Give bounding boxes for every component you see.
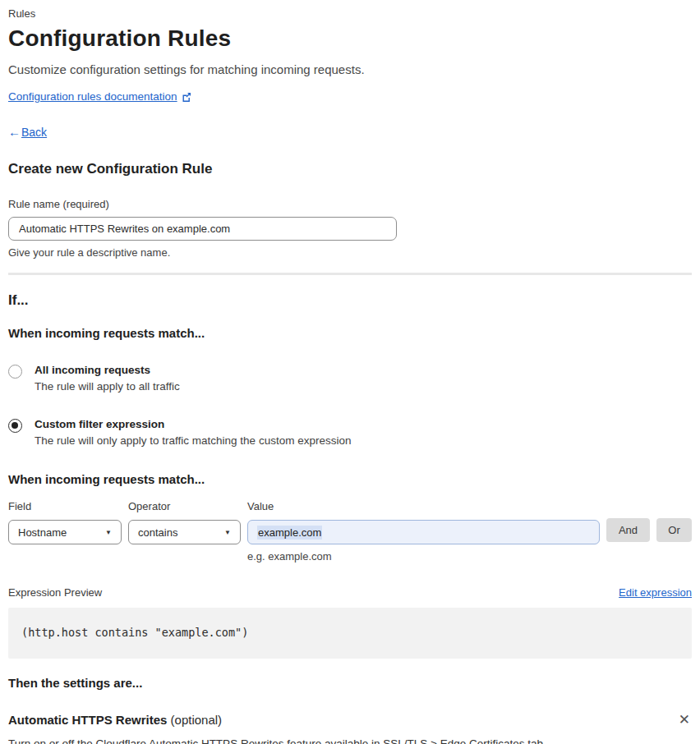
- filter-match-heading: When incoming requests match...: [8, 472, 692, 486]
- field-select-value: Hostname: [18, 526, 67, 539]
- and-button[interactable]: And: [606, 518, 650, 542]
- back-arrow-icon: ←: [8, 125, 21, 139]
- then-settings-heading: Then the settings are...: [8, 676, 692, 690]
- rule-name-label: Rule name (required): [8, 198, 692, 210]
- page-subtitle: Customize configuration settings for mat…: [8, 62, 692, 76]
- radio-button-custom-filter[interactable]: [8, 419, 22, 433]
- setting-description: Turn on or off the Cloudflare Automatic …: [8, 737, 692, 744]
- field-label: Field: [8, 500, 122, 512]
- radio-option-custom-filter[interactable]: Custom filter expression The rule will o…: [8, 418, 692, 447]
- value-label: Value: [247, 500, 600, 512]
- operator-label: Operator: [128, 500, 241, 512]
- setting-name: Automatic HTTPS Rewrites: [8, 713, 167, 727]
- if-heading: If...: [8, 292, 692, 309]
- back-link[interactable]: Back: [21, 126, 47, 139]
- section-divider: [8, 273, 692, 275]
- chevron-down-icon: ▼: [105, 529, 112, 536]
- documentation-link[interactable]: Configuration rules documentation: [8, 90, 177, 103]
- operator-select-value: contains: [138, 526, 177, 539]
- edit-expression-link[interactable]: Edit expression: [619, 586, 692, 599]
- setting-title: Automatic HTTPS Rewrites (optional): [8, 713, 222, 727]
- chevron-down-icon: ▼: [224, 529, 231, 536]
- field-select[interactable]: Hostname ▼: [8, 520, 122, 544]
- create-rule-heading: Create new Configuration Rule: [8, 161, 692, 177]
- setting-optional-label: (optional): [167, 713, 222, 727]
- match-heading: When incoming requests match...: [8, 326, 692, 340]
- value-input-text: example.com: [257, 526, 322, 540]
- operator-select[interactable]: contains ▼: [128, 520, 241, 544]
- breadcrumb: Rules: [8, 7, 692, 20]
- value-help-text: e.g. example.com: [247, 550, 600, 563]
- radio-desc-custom-filter: The rule will only apply to traffic matc…: [35, 434, 351, 447]
- radio-label-custom-filter[interactable]: Custom filter expression: [35, 418, 351, 430]
- radio-desc-all-requests: The rule will apply to all traffic: [35, 380, 180, 393]
- rule-name-input[interactable]: [8, 217, 397, 241]
- external-link-icon: [182, 92, 191, 102]
- filter-builder-row: Field Hostname ▼ Operator contains ▼ Val…: [8, 500, 692, 563]
- expression-preview-code: (http.host contains "example.com"): [8, 608, 692, 659]
- radio-button-all-requests[interactable]: [8, 365, 22, 379]
- radio-option-all-requests[interactable]: All incoming requests The rule will appl…: [8, 364, 692, 393]
- rule-name-help: Give your rule a descriptive name.: [8, 246, 692, 259]
- close-icon[interactable]: ✕: [677, 711, 692, 728]
- page-title: Configuration Rules: [8, 25, 692, 52]
- expression-preview-label: Expression Preview: [8, 586, 102, 599]
- or-button[interactable]: Or: [656, 518, 692, 542]
- value-input[interactable]: example.com: [247, 520, 600, 544]
- radio-label-all-requests[interactable]: All incoming requests: [35, 364, 180, 376]
